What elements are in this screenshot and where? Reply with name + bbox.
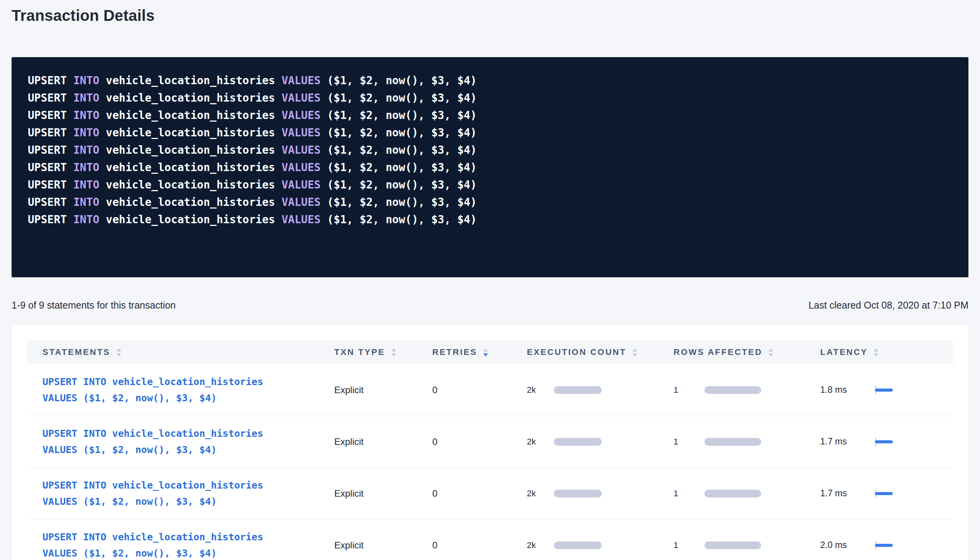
sql-text: UPSERT bbox=[28, 92, 73, 104]
statement-link[interactable]: UPSERT INTO vehicle_location_historiesVA… bbox=[42, 529, 263, 560]
sql-text: UPSERT bbox=[28, 74, 73, 87]
sort-asc-icon bbox=[874, 348, 878, 351]
retries-cell: 0 bbox=[432, 540, 527, 551]
sql-text: ($1, $2, now(), $3, $4) bbox=[327, 144, 477, 156]
sql-text: vehicle_location_histories bbox=[106, 213, 281, 226]
latency-bar bbox=[875, 544, 893, 547]
statements-table-body: UPSERT INTO vehicle_location_historiesVA… bbox=[27, 364, 953, 560]
column-label: TXN TYPE bbox=[334, 347, 385, 357]
sql-statement-line: UPSERT INTO vehicle_location_histories V… bbox=[28, 72, 952, 89]
sql-text: ($1, $2, now(), $3, $4) bbox=[327, 161, 477, 174]
latency-cell: 1.8 ms bbox=[820, 384, 953, 396]
statement-text-line1: UPSERT INTO vehicle_location_histories bbox=[42, 426, 263, 442]
statement-text-line2: VALUES ($1, $2, now(), $3, $4) bbox=[42, 494, 263, 510]
sql-keyword: VALUES bbox=[281, 178, 327, 191]
statement-link[interactable]: UPSERT INTO vehicle_location_historiesVA… bbox=[42, 477, 263, 510]
rows-affected-value: 1 bbox=[674, 540, 704, 550]
column-header-latency[interactable]: LATENCY bbox=[820, 347, 953, 357]
sql-text: vehicle_location_histories bbox=[106, 161, 281, 174]
latency-bar-chart bbox=[875, 540, 900, 551]
sql-text: vehicle_location_histories bbox=[106, 109, 281, 122]
rows-affected-bar bbox=[704, 438, 761, 446]
execution-count-value: 2k bbox=[527, 489, 554, 499]
statement-row: UPSERT INTO vehicle_location_historiesVA… bbox=[27, 364, 953, 416]
sql-text: UPSERT bbox=[28, 161, 73, 174]
latency-bar bbox=[875, 492, 893, 495]
statement-text-line2: VALUES ($1, $2, now(), $3, $4) bbox=[42, 390, 263, 406]
statements-table-card: STATEMENTSTXN TYPERETRIESEXECUTION COUNT… bbox=[12, 325, 968, 560]
transaction-sql-box: UPSERT INTO vehicle_location_histories V… bbox=[12, 57, 968, 277]
statement-link[interactable]: UPSERT INTO vehicle_location_historiesVA… bbox=[42, 374, 263, 406]
statement-cell: UPSERT INTO vehicle_location_historiesVA… bbox=[27, 529, 334, 560]
sort-desc-icon bbox=[391, 353, 396, 356]
column-label: RETRIES bbox=[432, 347, 477, 357]
execution-count-bar bbox=[554, 541, 602, 549]
column-header-txn-type[interactable]: TXN TYPE bbox=[334, 347, 432, 357]
sort-desc-icon bbox=[633, 353, 637, 356]
column-header-execution-count[interactable]: EXECUTION COUNT bbox=[527, 347, 674, 357]
column-label: LATENCY bbox=[820, 347, 868, 357]
txn-type-cell: Explicit bbox=[334, 385, 432, 395]
sql-keyword: VALUES bbox=[281, 213, 327, 226]
sort-arrows-icon bbox=[391, 348, 396, 356]
rows-affected-bar bbox=[704, 490, 761, 497]
execution-count-value: 2k bbox=[527, 437, 554, 447]
execution-count-value: 2k bbox=[527, 385, 554, 395]
sql-text: ($1, $2, now(), $3, $4) bbox=[327, 178, 477, 191]
sql-text: UPSERT bbox=[28, 144, 73, 156]
latency-value: 2.0 ms bbox=[820, 540, 875, 550]
sql-keyword: INTO bbox=[73, 161, 106, 174]
statement-text-line1: UPSERT INTO vehicle_location_histories bbox=[42, 529, 263, 545]
statement-text-line1: UPSERT INTO vehicle_location_histories bbox=[42, 374, 263, 390]
statement-row: UPSERT INTO vehicle_location_historiesVA… bbox=[27, 519, 953, 560]
rows-affected-cell: 1 bbox=[674, 385, 820, 395]
column-label: ROWS AFFECTED bbox=[674, 347, 762, 357]
latency-value: 1.7 ms bbox=[820, 436, 875, 447]
sql-statement-line: UPSERT INTO vehicle_location_histories V… bbox=[28, 124, 952, 141]
sql-text: UPSERT bbox=[28, 196, 73, 209]
sql-keyword: VALUES bbox=[281, 109, 327, 122]
statement-cell: UPSERT INTO vehicle_location_historiesVA… bbox=[27, 426, 334, 458]
sql-text: vehicle_location_histories bbox=[106, 74, 281, 87]
sort-asc-icon bbox=[633, 348, 637, 351]
table-meta-row: 1-9 of 9 statements for this transaction… bbox=[12, 300, 968, 311]
sql-text: ($1, $2, now(), $3, $4) bbox=[327, 74, 477, 87]
rows-affected-value: 1 bbox=[674, 437, 704, 447]
column-header-retries[interactable]: RETRIES bbox=[432, 347, 527, 357]
sql-keyword: INTO bbox=[73, 178, 106, 191]
execution-count-bar bbox=[554, 490, 602, 497]
retries-cell: 0 bbox=[432, 436, 527, 447]
sql-statement-line: UPSERT INTO vehicle_location_histories V… bbox=[28, 193, 952, 211]
sort-desc-icon bbox=[483, 353, 488, 356]
retries-cell: 0 bbox=[432, 488, 527, 499]
statement-link[interactable]: UPSERT INTO vehicle_location_historiesVA… bbox=[42, 426, 263, 458]
sql-text: ($1, $2, now(), $3, $4) bbox=[327, 126, 477, 139]
sql-text: vehicle_location_histories bbox=[106, 196, 281, 209]
sql-keyword: INTO bbox=[73, 213, 106, 226]
sort-desc-icon bbox=[874, 353, 878, 356]
latency-bar bbox=[875, 440, 893, 443]
rows-affected-value: 1 bbox=[674, 489, 704, 499]
column-header-rows-affected[interactable]: ROWS AFFECTED bbox=[674, 347, 820, 357]
latency-value: 1.7 ms bbox=[820, 488, 875, 499]
column-header-statements[interactable]: STATEMENTS bbox=[27, 347, 334, 357]
sort-asc-icon bbox=[117, 348, 121, 351]
sql-text: UPSERT bbox=[28, 109, 73, 122]
retries-cell: 0 bbox=[432, 385, 527, 395]
last-cleared-timestamp: Last cleared Oct 08, 2020 at 7:10 PM bbox=[809, 300, 968, 311]
sql-statement-line: UPSERT INTO vehicle_location_histories V… bbox=[28, 159, 952, 176]
sort-asc-icon bbox=[768, 348, 773, 351]
sort-arrows-icon bbox=[874, 348, 878, 356]
statements-summary: 1-9 of 9 statements for this transaction bbox=[12, 300, 176, 311]
sql-keyword: VALUES bbox=[281, 196, 327, 209]
sql-text: vehicle_location_histories bbox=[106, 92, 281, 104]
sql-keyword: INTO bbox=[73, 144, 106, 156]
transaction-details-page: Transaction Details UPSERT INTO vehicle_… bbox=[0, 0, 980, 560]
execution-count-cell: 2k bbox=[527, 489, 674, 499]
txn-type-cell: Explicit bbox=[334, 436, 432, 447]
sort-desc-icon bbox=[768, 353, 773, 356]
statement-row: UPSERT INTO vehicle_location_historiesVA… bbox=[27, 416, 953, 468]
sql-keyword: INTO bbox=[73, 196, 106, 209]
sql-keyword: VALUES bbox=[281, 161, 327, 174]
execution-count-cell: 2k bbox=[527, 437, 674, 447]
